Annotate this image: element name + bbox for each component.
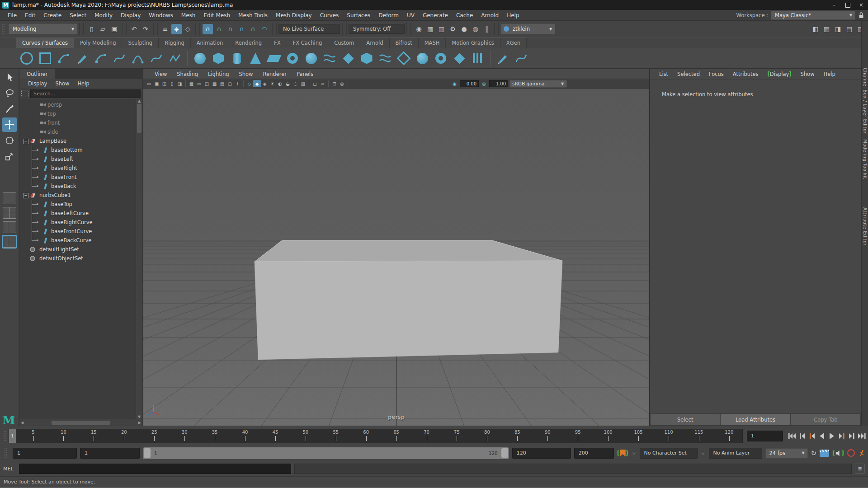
viewport-menu-shading[interactable]: Shading bbox=[172, 71, 203, 77]
menu-mesh-tools[interactable]: Mesh Tools bbox=[234, 12, 272, 19]
expand-collapse-icon[interactable]: − bbox=[23, 193, 28, 198]
outliner-item-front[interactable]: front bbox=[19, 118, 136, 127]
use-all-lights-icon[interactable]: ☀ bbox=[269, 80, 276, 87]
side-tab-attribute-editor[interactable]: Attribute Editor bbox=[863, 207, 868, 246]
save-scene-icon[interactable]: ▣ bbox=[109, 24, 119, 34]
curve-snap-icon[interactable] bbox=[166, 49, 184, 67]
expand-collapse-icon[interactable]: − bbox=[23, 139, 28, 144]
shelf-tab-poly-modeling[interactable]: Poly Modeling bbox=[74, 38, 123, 48]
field-pop-icon[interactable]: ⊡ bbox=[330, 80, 338, 87]
project-curve-icon[interactable] bbox=[414, 49, 431, 67]
safe-action-icon[interactable]: ▢ bbox=[226, 80, 234, 87]
field-chart-icon[interactable]: ▤ bbox=[218, 80, 226, 87]
shelf-tab-curves-surfaces[interactable]: Curves / Surfaces bbox=[16, 38, 74, 48]
filter-icon[interactable] bbox=[21, 90, 28, 97]
nurbs-torus-icon[interactable] bbox=[284, 49, 301, 67]
select-by-object-icon[interactable]: ◈ bbox=[171, 24, 182, 34]
ep-curve-tool-icon[interactable] bbox=[92, 49, 109, 67]
insert-isoparm-icon[interactable] bbox=[469, 49, 486, 67]
gamma-field[interactable]: 1.00 bbox=[489, 80, 508, 87]
go-to-start-button[interactable] bbox=[787, 431, 797, 441]
outliner-item-top[interactable]: top bbox=[19, 109, 136, 118]
workspace-dropdown[interactable]: Maya Classic* ▼ bbox=[771, 11, 855, 20]
menu-help[interactable]: Help bbox=[503, 12, 523, 19]
move-tool[interactable] bbox=[2, 117, 17, 132]
outliner-search-input[interactable]: Search... bbox=[30, 89, 141, 98]
attribute-editor-menu-selected[interactable]: Selected bbox=[673, 71, 704, 77]
shadows-icon[interactable]: ◐ bbox=[276, 80, 284, 87]
outliner-menu-display[interactable]: Display bbox=[24, 80, 51, 87]
outliner-item-baseBackCurve[interactable]: baseBackCurve bbox=[19, 236, 136, 245]
fps-dropdown[interactable]: 24 fps ▼ bbox=[765, 448, 808, 458]
nurbs-square-icon[interactable] bbox=[37, 49, 54, 67]
persp-outliner-layout[interactable] bbox=[3, 221, 16, 233]
planar-icon[interactable] bbox=[340, 49, 357, 67]
exposure-field[interactable]: 0.00 bbox=[460, 80, 479, 87]
scroll-up-icon[interactable]: ▲ bbox=[138, 99, 141, 103]
command-language-label[interactable]: MEL bbox=[3, 466, 16, 472]
animation-end-field[interactable]: 200 bbox=[574, 448, 614, 459]
shaded-mode-icon[interactable]: ◆ bbox=[253, 80, 261, 87]
shelf-tab-rendering[interactable]: Rendering bbox=[229, 38, 268, 48]
range-start-handle[interactable] bbox=[144, 448, 151, 458]
three-point-arc-icon[interactable] bbox=[129, 49, 146, 67]
playblast-icon[interactable] bbox=[820, 450, 829, 457]
nurbs-cube-icon[interactable] bbox=[210, 49, 227, 67]
outliner-item-baseFront[interactable]: baseFront bbox=[19, 173, 136, 182]
timeline-playhead[interactable]: 1 bbox=[9, 429, 16, 443]
pause-viewport-icon[interactable]: ‖ bbox=[481, 24, 492, 34]
menu-file[interactable]: File bbox=[4, 12, 21, 19]
scroll-left-icon[interactable]: ◀ bbox=[21, 421, 24, 425]
outliner-item-nurbsCube1[interactable]: −nurbsCube1 bbox=[19, 191, 136, 200]
attribute-editor-menu-help[interactable]: Help bbox=[819, 71, 840, 77]
menu-select[interactable]: Select bbox=[66, 12, 90, 19]
shelf-tab-mash[interactable]: MASH bbox=[419, 38, 446, 48]
drag-grip[interactable] bbox=[4, 448, 8, 459]
sculpt-surfaces-icon[interactable] bbox=[494, 49, 511, 67]
screen-space-ao-icon[interactable]: ◒ bbox=[284, 80, 292, 87]
outliner-vertical-scrollbar[interactable]: ▲ ▼ bbox=[136, 99, 142, 419]
shelf-tab-fx-caching[interactable]: FX Caching bbox=[287, 38, 329, 48]
boundary-icon[interactable] bbox=[395, 49, 412, 67]
menu-set-selector[interactable]: Modeling▼ bbox=[9, 23, 77, 34]
current-pane-layout[interactable] bbox=[3, 236, 16, 248]
animation-preferences-icon[interactable] bbox=[858, 450, 865, 457]
go-to-end-button[interactable] bbox=[857, 431, 866, 441]
render-current-frame-icon[interactable]: ▦ bbox=[425, 24, 435, 34]
outliner-item-baseRightCurve[interactable]: baseRightCurve bbox=[19, 218, 136, 227]
wireframe-on-shaded-icon[interactable]: ◎ bbox=[338, 80, 346, 87]
open-scene-icon[interactable]: ▱ bbox=[98, 24, 108, 34]
snap-to-grid-icon[interactable]: ∩ bbox=[203, 24, 213, 34]
shelf-tab-custom[interactable]: Custom bbox=[328, 38, 360, 48]
menu-edit[interactable]: Edit bbox=[21, 12, 39, 19]
select-by-hierarchy-icon[interactable]: ≡ bbox=[160, 24, 170, 34]
symmetry-field[interactable]: Symmetry: Off bbox=[349, 24, 405, 34]
copy-tab-button[interactable]: Copy Tab bbox=[791, 414, 860, 425]
image-plane-icon[interactable]: ◨ bbox=[176, 80, 184, 87]
menu-mesh[interactable]: Mesh bbox=[177, 12, 200, 19]
anim-layer-field[interactable]: No Anim Layer bbox=[709, 448, 762, 459]
render-settings-icon[interactable]: ⚙ bbox=[448, 24, 458, 34]
select-tool[interactable] bbox=[2, 70, 17, 84]
playback-loop-icon[interactable]: ↻ bbox=[811, 449, 817, 457]
playback-end-field[interactable]: 120 bbox=[512, 448, 571, 459]
viewport-menu-show[interactable]: Show bbox=[234, 71, 258, 77]
attribute-editor-menu-display[interactable]: [Display] bbox=[763, 71, 796, 77]
isolate-select-icon[interactable]: ◻ bbox=[311, 80, 319, 87]
menu-generate[interactable]: Generate bbox=[419, 12, 452, 19]
birail-icon[interactable] bbox=[377, 49, 394, 67]
loft-icon[interactable] bbox=[321, 49, 338, 67]
shelf-tab-arnold[interactable]: Arnold bbox=[360, 38, 389, 48]
side-tab-modeling-toolkit[interactable]: Modeling Toolkit bbox=[863, 139, 868, 179]
range-end-handle[interactable] bbox=[501, 448, 508, 458]
snap-to-point-icon[interactable]: ∩ bbox=[225, 24, 236, 34]
attribute-editor-menu-show[interactable]: Show bbox=[796, 71, 819, 77]
character-set-bookmark-icon[interactable]: [] bbox=[617, 450, 628, 457]
nurbs-plane-icon[interactable] bbox=[265, 49, 283, 67]
close-button[interactable]: × bbox=[854, 0, 868, 10]
outliner-item-baseLeftCurve[interactable]: baseLeftCurve bbox=[19, 209, 136, 218]
script-editor-icon[interactable]: ≣ bbox=[855, 464, 865, 474]
motion-blur-icon[interactable]: ◌ bbox=[292, 80, 299, 87]
mute-audio-icon[interactable]: [] bbox=[832, 450, 844, 456]
select-button[interactable]: Select bbox=[651, 414, 720, 425]
